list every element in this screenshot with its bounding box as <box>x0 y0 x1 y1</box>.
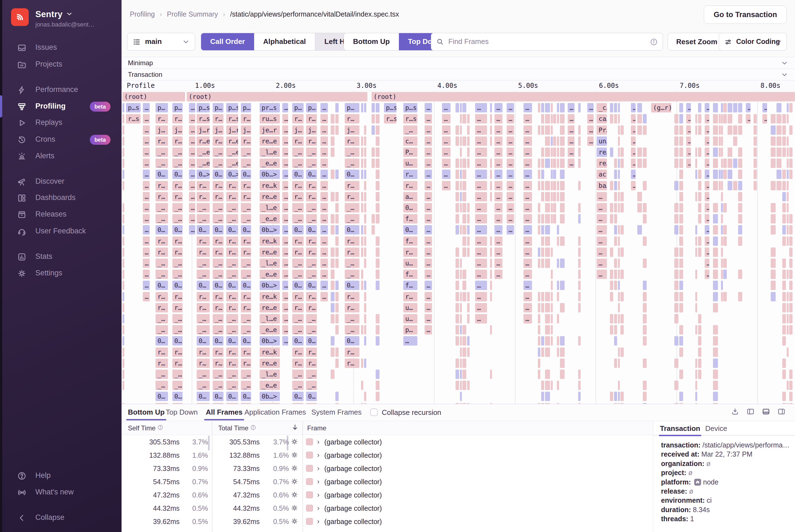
flame-frame[interactable] <box>462 369 466 379</box>
flame-frame[interactable] <box>372 225 375 234</box>
flame-frame[interactable]: r… <box>292 236 304 246</box>
flame-frame[interactable] <box>545 103 550 112</box>
flame-frame[interactable] <box>557 259 559 268</box>
flame-frame[interactable] <box>637 114 642 124</box>
flame-frame[interactable]: … <box>424 181 432 190</box>
minimap-accordion[interactable]: Minimap <box>121 57 795 69</box>
flame-frame[interactable]: … <box>705 270 709 279</box>
flame-frame[interactable]: … <box>189 181 195 190</box>
flame-frame[interactable] <box>674 148 678 157</box>
flame-frame[interactable] <box>538 181 540 190</box>
flame-frame[interactable]: _… <box>292 148 304 157</box>
flame-frame[interactable] <box>787 181 789 190</box>
flame-frame[interactable] <box>361 203 363 212</box>
flame-frame[interactable]: … <box>524 126 532 135</box>
flame-frame[interactable] <box>782 192 786 201</box>
flame-frame[interactable] <box>560 236 565 246</box>
flame-frame[interactable] <box>462 292 466 301</box>
flame-frame[interactable] <box>698 181 701 190</box>
flame-frame[interactable] <box>490 281 492 290</box>
flame-frame[interactable] <box>679 214 683 224</box>
flame-frame[interactable]: … <box>475 292 487 301</box>
download-icon[interactable] <box>731 407 739 416</box>
flame-frame[interactable] <box>787 214 789 224</box>
flame-frame[interactable] <box>335 392 339 401</box>
flame-frame[interactable]: p… <box>345 103 359 112</box>
flame-frame[interactable]: … <box>568 126 574 135</box>
flame-frame[interactable] <box>787 236 789 246</box>
flame-frame[interactable] <box>335 314 339 323</box>
flame-frame[interactable]: _… <box>226 259 238 268</box>
flame-frame[interactable] <box>614 270 617 279</box>
flame-frame[interactable]: _… <box>241 214 251 224</box>
flame-frame[interactable] <box>560 303 565 312</box>
flame-frame[interactable] <box>462 203 466 212</box>
flame-frame[interactable]: … <box>320 259 328 268</box>
flame-frame[interactable]: r… <box>241 136 251 146</box>
flame-frame[interactable]: r… <box>241 247 251 257</box>
flame-frame[interactable]: p… <box>241 103 251 112</box>
flame-frame[interactable]: … <box>762 103 767 112</box>
flame-frame[interactable] <box>776 114 781 124</box>
flame-frame[interactable]: 0… <box>213 392 224 401</box>
flame-frame[interactable] <box>330 292 335 301</box>
flame-frame[interactable] <box>551 381 553 390</box>
flame-frame[interactable] <box>490 103 492 112</box>
flame-frame[interactable]: r… <box>306 136 317 146</box>
flame-frame[interactable]: r…e <box>197 136 210 146</box>
flame-frame[interactable] <box>610 203 613 212</box>
flame-frame[interactable]: _e…e <box>260 381 280 390</box>
flame-frame[interactable] <box>551 214 553 224</box>
flame-frame[interactable] <box>122 247 124 257</box>
flame-frame[interactable] <box>335 303 339 312</box>
flame-frame[interactable]: 0… <box>241 170 251 179</box>
flame-frame[interactable] <box>551 170 553 179</box>
flame-frame[interactable]: r…s <box>403 114 417 124</box>
expand-chevron-icon[interactable]: › <box>317 517 319 525</box>
flame-frame[interactable] <box>361 381 363 390</box>
sidebar-item-alerts[interactable]: Alerts <box>2 148 121 164</box>
flame-frame[interactable]: a… <box>403 192 417 201</box>
flame-frame[interactable]: _… <box>226 203 238 212</box>
flame-frame[interactable]: … <box>568 136 574 146</box>
flame-frame[interactable]: re…e <box>260 359 280 368</box>
flame-frame[interactable] <box>545 292 550 301</box>
flame-frame[interactable]: 0… <box>292 336 304 345</box>
flame-frame[interactable]: … <box>282 136 288 146</box>
flame-frame[interactable] <box>462 381 466 390</box>
flame-frame[interactable] <box>618 170 620 179</box>
flame-frame[interactable] <box>776 103 781 112</box>
flame-frame[interactable] <box>376 314 380 323</box>
flame-frame[interactable]: r… <box>172 236 183 246</box>
flame-frame[interactable] <box>578 259 581 268</box>
flame-frame[interactable]: … <box>320 236 328 246</box>
flame-frame[interactable]: r… <box>306 292 317 301</box>
flame-frame[interactable]: _… <box>197 381 210 390</box>
flame-frame[interactable]: 0b…> <box>260 336 280 345</box>
flame-frame[interactable] <box>695 292 697 301</box>
flame-frame[interactable] <box>695 225 697 234</box>
flame-frame[interactable] <box>782 325 786 335</box>
flame-frame[interactable]: … <box>524 114 532 124</box>
flame-frame[interactable] <box>551 325 553 335</box>
flame-frame[interactable] <box>620 126 624 135</box>
flame-frame[interactable] <box>713 325 718 335</box>
flame-frame[interactable]: … <box>403 336 417 345</box>
layout-right-icon[interactable] <box>777 407 785 416</box>
flame-frame[interactable] <box>361 270 363 279</box>
flame-frame[interactable] <box>553 203 556 212</box>
flame-frame[interactable] <box>335 325 339 335</box>
flame-frame[interactable]: … <box>568 114 574 124</box>
flame-frame[interactable]: u… <box>403 259 417 268</box>
flame-frame[interactable]: _… <box>197 314 210 323</box>
flame-frame[interactable] <box>789 225 793 234</box>
flame-frame[interactable]: … <box>143 103 150 112</box>
flame-frame[interactable] <box>467 314 470 323</box>
flame-frame[interactable] <box>372 114 375 124</box>
flame-frame[interactable] <box>372 126 375 135</box>
flame-frame[interactable] <box>490 192 492 201</box>
flame-frame[interactable] <box>789 303 793 312</box>
flame-frame[interactable]: … <box>524 181 532 190</box>
flame-frame[interactable]: r… <box>213 359 224 368</box>
flame-frame[interactable] <box>721 148 723 157</box>
